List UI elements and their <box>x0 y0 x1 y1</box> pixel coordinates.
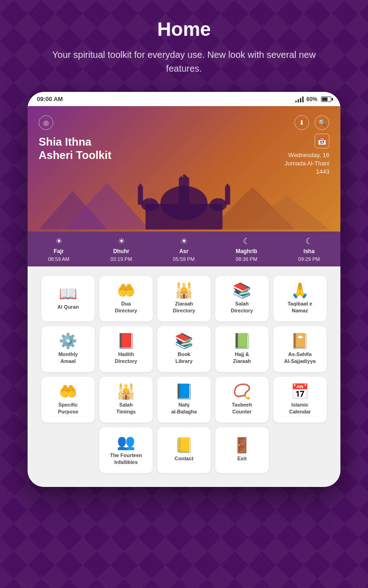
ziaraah-directory-item[interactable]: 🕌 ZiaraahDirectory <box>157 276 211 322</box>
grid-row-1: 📖 Al Quran 🤲 DuaDirectory 🕌 ZiaraahDirec… <box>35 276 333 322</box>
svg-rect-10 <box>138 187 143 204</box>
salah-timings-item[interactable]: 🕌 SalahTimings <box>99 377 153 423</box>
specific-purpose-icon: 🤲 <box>59 384 77 399</box>
tasbeeh-label: TasbeehCounter <box>232 401 252 415</box>
ziaraah-label: ZiaraahDirectory <box>173 300 195 314</box>
app-name: Shia Ithna Asheri Toolkit <box>39 136 111 162</box>
hadith-directory-item[interactable]: 📕 HadithDirectory <box>99 326 153 372</box>
hajj-icon: 📗 <box>233 334 251 348</box>
ziaraah-icon: 🕌 <box>175 283 193 298</box>
prayer-dhuhr[interactable]: ☀ Dhuhr 03:19 PM <box>110 236 132 262</box>
dua-label: DuaDirectory <box>115 300 137 314</box>
phone-mockup: 09:00 AM 60% ◎ <box>28 92 340 487</box>
monthly-amaal-label: MonthlyAmaal <box>58 351 78 364</box>
al-quran-icon: 📖 <box>59 286 77 301</box>
book-library-icon: 📚 <box>175 334 193 348</box>
status-time: 09:00 AM <box>37 96 63 102</box>
al-quran-item[interactable]: 📖 Al Quran <box>41 276 95 322</box>
grid-row-2: ⚙️ MonthlyAmaal 📕 HadithDirectory 📚 Book… <box>35 326 333 372</box>
hajj-ziaraah-item[interactable]: 📗 Hajj &Ziaraah <box>215 326 269 372</box>
exit-icon: 🚪 <box>233 438 251 452</box>
salah-timings-label: SalahTimings <box>116 401 136 415</box>
fourteen-label: The FourteenInfallibles <box>110 452 142 465</box>
monthly-amaal-icon: ⚙️ <box>59 334 77 348</box>
tasbeeh-counter-item[interactable]: 📿 TasbeehCounter <box>215 377 269 423</box>
hadith-label: HadithDirectory <box>115 351 137 364</box>
asr-icon: ☀ <box>180 236 188 246</box>
prayer-isha[interactable]: ☾ Isha 09:29 PM <box>298 236 320 262</box>
islamic-calendar-item[interactable]: 📅 IslamicCalendar <box>273 377 327 423</box>
battery-percent: 60% <box>306 96 317 102</box>
taqibaat-icon: 🙏 <box>291 283 309 298</box>
contact-item[interactable]: 📒 Contact <box>157 427 211 473</box>
grid-row-4: 👥 The FourteenInfallibles 📒 Contact 🚪 Ex… <box>35 427 333 473</box>
fourteen-icon: 👥 <box>117 435 135 449</box>
tasbeeh-icon: 📿 <box>233 384 251 399</box>
hijri-date: Wednesday, 16 Jumada Al-Thani 1443 <box>284 151 329 176</box>
contact-icon: 📒 <box>175 438 193 452</box>
prayer-fajr[interactable]: ☀ Fajr 08:59 AM <box>48 236 69 262</box>
signal-icon <box>295 96 304 102</box>
svg-marker-11 <box>138 183 143 187</box>
contact-label: Contact <box>175 455 194 462</box>
sahifa-label: As-SahifaAl-Sajjadiyya <box>284 351 316 364</box>
status-bar: 09:00 AM 60% <box>28 92 340 106</box>
location-icon[interactable]: ◎ <box>39 115 53 130</box>
salah-dir-icon: 📚 <box>233 283 251 298</box>
sahifa-icon: 📔 <box>291 334 309 348</box>
battery-icon <box>321 96 331 102</box>
maghrib-icon: ☾ <box>243 236 250 246</box>
isha-icon: ☾ <box>305 236 313 246</box>
taqibaat-label: Taqibaat eNamaz <box>288 300 312 314</box>
dhuhr-icon: ☀ <box>118 236 125 246</box>
main-grid: 📖 Al Quran 🤲 DuaDirectory 🕌 ZiaraahDirec… <box>28 266 340 487</box>
nahj-label: Nahjal-Balagha <box>171 401 197 415</box>
salah-dir-label: SalahDirectory <box>231 300 253 314</box>
prayer-times-bar: ☀ Fajr 08:59 AM ☀ Dhuhr 03:19 PM ☀ Asr 0… <box>28 232 340 266</box>
book-library-label: BookLibrary <box>175 351 192 364</box>
grid-row-3: 🤲 SpecificPurpose 🕌 SalahTimings 📘 Nahja… <box>35 377 333 423</box>
dua-directory-item[interactable]: 🤲 DuaDirectory <box>99 276 153 322</box>
dua-icon: 🤲 <box>117 283 135 298</box>
search-icon[interactable]: 🔍 <box>315 115 329 130</box>
as-sahifa-item[interactable]: 📔 As-SahifaAl-Sajjadiyya <box>273 326 327 372</box>
svg-point-9 <box>210 198 227 211</box>
salah-directory-item[interactable]: 📚 SalahDirectory <box>215 276 269 322</box>
specific-purpose-item[interactable]: 🤲 SpecificPurpose <box>41 377 95 423</box>
islamic-calendar-icon: 📅 <box>291 384 309 399</box>
app-header: ◎ Shia Ithna Asheri Toolkit ⬇ 🔍 <box>28 106 340 232</box>
mosque-silhouette: ☽ <box>39 172 329 232</box>
exit-label: Exit <box>237 455 247 462</box>
prayer-asr[interactable]: ☀ Asr 05:59 PM <box>173 236 195 262</box>
book-library-item[interactable]: 📚 BookLibrary <box>157 326 211 372</box>
exit-item[interactable]: 🚪 Exit <box>215 427 269 473</box>
hadith-icon: 📕 <box>117 334 135 348</box>
prayer-maghrib[interactable]: ☾ Maghrib 08:36 PM <box>236 236 257 262</box>
download-icon[interactable]: ⬇ <box>294 115 309 130</box>
hajj-label: Hajj &Ziaraah <box>233 351 251 364</box>
salah-timings-icon: 🕌 <box>117 384 135 399</box>
nahj-icon: 📘 <box>175 384 193 399</box>
svg-point-8 <box>141 198 158 211</box>
islamic-calendar-label: IslamicCalendar <box>289 401 310 415</box>
svg-marker-13 <box>225 183 230 187</box>
fourteen-infallibles-item[interactable]: 👥 The FourteenInfallibles <box>99 427 153 473</box>
monthly-amaal-item[interactable]: ⚙️ MonthlyAmaal <box>41 326 95 372</box>
calendar-icon[interactable]: 📅 <box>315 134 329 148</box>
svg-rect-6 <box>179 178 189 204</box>
al-quran-label: Al Quran <box>58 304 79 310</box>
svg-rect-12 <box>225 187 230 204</box>
specific-purpose-label: SpecificPurpose <box>58 401 78 415</box>
page-subtitle: Your spiritual toolkit for everyday use.… <box>46 48 322 75</box>
page-title: Home <box>157 18 211 40</box>
taqibaat-item[interactable]: 🙏 Taqibaat eNamaz <box>273 276 327 322</box>
fajr-icon: ☀ <box>55 236 63 246</box>
nahj-item[interactable]: 📘 Nahjal-Balagha <box>157 377 211 423</box>
